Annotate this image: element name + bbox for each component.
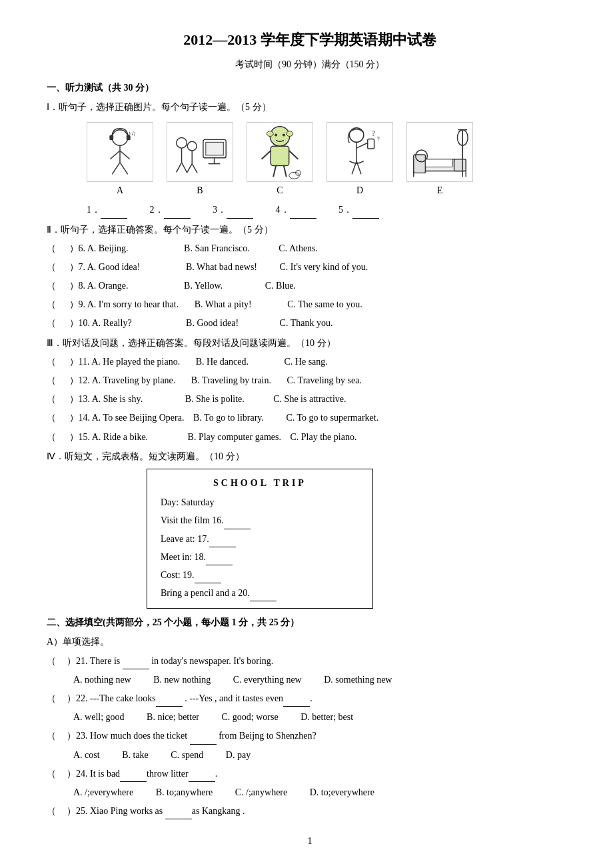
exam-subtitle: 考试时间（90 分钟）满分（150 分） <box>47 56 573 73</box>
svg-line-15 <box>177 163 182 173</box>
q23-options: A. cost B. take C. spend D. pay <box>73 747 573 763</box>
partA-header: A）单项选择。 <box>47 633 573 650</box>
svg-line-27 <box>273 166 276 177</box>
svg-point-21 <box>270 127 289 146</box>
trip-row-5: Bring a pencil and a 20. <box>161 585 359 601</box>
svg-rect-43 <box>454 159 466 171</box>
part2-instruction: Ⅱ．听句子，选择正确答案。每个句子读一遍。（5 分） <box>47 221 573 238</box>
answer-4: 4． <box>276 201 316 218</box>
trip-title: SCHOOL TRIP <box>161 475 359 491</box>
label-c: C <box>277 182 283 199</box>
label-a: A <box>117 182 123 199</box>
q13: （ ）13. A. She is shy. B. She is polite. … <box>47 391 573 407</box>
svg-line-20 <box>192 164 197 173</box>
section1-header: 一、听力测试（共 30 分） <box>47 79 573 96</box>
svg-line-19 <box>187 164 192 173</box>
q23: （）23. How much does the ticket from Beij… <box>47 727 573 744</box>
image-b <box>167 122 233 182</box>
image-col-a: ♪♫ A <box>87 122 153 199</box>
q11: （ ）11. A. He played the piano. B. He dan… <box>47 353 573 370</box>
option-everything-new: C. everything new <box>233 671 302 688</box>
image-col-b: B <box>167 122 233 199</box>
q9: （ ）9. A. I'm sorry to hear that. B. What… <box>47 296 573 313</box>
image-d: ? ? <box>326 122 393 182</box>
q24-options: A. /;everywhere B. to;anywhere C. /;anyw… <box>73 784 573 801</box>
label-b: B <box>197 182 203 199</box>
svg-point-17 <box>187 141 197 151</box>
svg-line-4 <box>112 163 120 175</box>
q22: （）22. ---The cake looks . ---Yes , and i… <box>47 690 573 707</box>
q6: （ ）6. A. Beijing. B. San Francisco. C. A… <box>47 240 573 257</box>
q24: （）24. It is badthrow litter. <box>47 765 573 782</box>
label-d: D <box>356 182 363 199</box>
answer-2: 2． <box>150 201 191 218</box>
svg-point-13 <box>177 138 187 149</box>
svg-line-28 <box>284 166 287 177</box>
trip-row-4: Cost: 19. <box>161 567 359 583</box>
image-a: ♪♫ <box>87 122 153 182</box>
svg-rect-26 <box>271 146 289 165</box>
svg-point-24 <box>275 134 277 137</box>
svg-rect-7 <box>109 135 113 141</box>
svg-line-37 <box>356 143 368 148</box>
svg-rect-45 <box>425 159 452 167</box>
svg-rect-8 <box>127 135 131 141</box>
svg-point-23 <box>287 131 293 137</box>
trip-row-2: Leave at: 17. <box>161 531 359 547</box>
q10: （ ）10. A. Really? B. Good idea! C. Thank… <box>47 315 573 331</box>
image-e <box>406 122 473 182</box>
q21: （）21. There is in today's newspaper. It'… <box>47 653 573 669</box>
svg-line-29 <box>262 151 271 159</box>
q22-options: A. well; good B. nice; better C. good; w… <box>73 709 573 725</box>
q8: （ ）8. A. Orange. B. Yellow. C. Blue. <box>47 277 573 294</box>
q21-options: A. nothing new B. new nothing C. everyth… <box>73 671 573 688</box>
answer-5: 5． <box>338 201 379 218</box>
trip-row-0: Day: Saturday <box>161 494 359 511</box>
svg-point-25 <box>283 134 285 137</box>
svg-line-16 <box>182 163 187 173</box>
school-trip-table: SCHOOL TRIP Day: Saturday Visit the film… <box>147 469 373 609</box>
section2-header: 二、选择填空(共两部分，25 个小题，每小题 1 分，共 25 分） <box>47 614 573 631</box>
svg-point-32 <box>296 171 301 176</box>
answer-3: 3． <box>213 201 253 218</box>
part1-instruction: Ⅰ．听句子，选择正确图片。每个句子读一遍。（5 分） <box>47 99 573 115</box>
page-number: 1 <box>47 833 573 849</box>
q6-text: ）6. A. Beijing. <box>69 243 129 253</box>
svg-line-30 <box>289 151 299 159</box>
q7: （ ）7. A. Good idea! B. What bad news! C.… <box>47 259 573 275</box>
part1-answers: 1． 2． 3． 4． 5． <box>87 201 573 218</box>
exam-title: 2012––2013 学年度下学期英语期中试卷 <box>47 27 573 53</box>
q14: （ ）14. A. To see Beijing Opera. B. To go… <box>47 409 573 426</box>
svg-point-22 <box>267 131 273 137</box>
q12: （ ）12. A. Traveling by plane. B. Traveli… <box>47 372 573 389</box>
svg-line-5 <box>120 163 128 175</box>
svg-line-2 <box>110 151 120 159</box>
svg-line-3 <box>120 151 130 159</box>
svg-text:?: ? <box>376 135 379 143</box>
part4-instruction: Ⅳ．听短文，完成表格。短文读两遍。（10 分） <box>47 448 573 465</box>
image-col-e: E <box>406 122 473 199</box>
svg-text:?: ? <box>372 130 375 139</box>
q25: （）25. Xiao Ping works as as Kangkang . <box>47 803 573 819</box>
image-col-d: ? ? D <box>326 122 393 199</box>
image-options-row: ♪♫ A <box>87 122 573 199</box>
svg-point-0 <box>112 130 128 146</box>
svg-rect-10 <box>206 142 223 155</box>
label-e: E <box>437 182 443 199</box>
svg-rect-38 <box>368 139 374 149</box>
answer-1: 1． <box>87 201 127 218</box>
image-c <box>247 122 313 182</box>
q15: （ ）15. A. Ride a bike. B. Play computer … <box>47 429 573 445</box>
svg-point-33 <box>349 128 364 143</box>
trip-row-1: Visit the film 16. <box>161 512 359 529</box>
part3-instruction: Ⅲ．听对话及问题，选择正确答案。每段对话及问题读两遍。（10 分） <box>47 335 573 351</box>
trip-row-3: Meet in: 18. <box>161 549 359 565</box>
image-col-c: C <box>247 122 313 199</box>
